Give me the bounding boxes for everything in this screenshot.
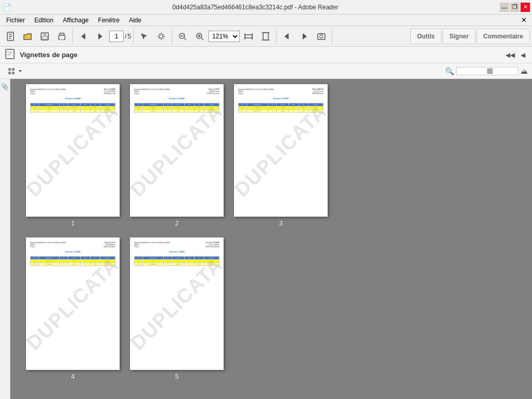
thumbnail-page-1[interactable]: Dossier de globalité et de brevet, résul… bbox=[26, 84, 120, 217]
svg-marker-7 bbox=[98, 33, 102, 39]
menu-affichage[interactable]: Affichage bbox=[59, 16, 93, 25]
svg-rect-26 bbox=[6, 49, 14, 59]
svg-marker-6 bbox=[81, 33, 85, 39]
thumb-invoice-ref-1: Facture n°G498 bbox=[30, 97, 115, 100]
toolbar-extra-group bbox=[279, 28, 332, 45]
fit-page-button[interactable] bbox=[257, 28, 274, 45]
zoom-select[interactable]: 121% 100% 75% 50% 150% 200% bbox=[209, 31, 240, 42]
toolbar-nav-group: 1 / 5 bbox=[75, 28, 134, 45]
title-bar: 📄 0d4d425a83a75ed466461c8ea3c3214c.pdf -… bbox=[0, 0, 532, 15]
pan-button[interactable] bbox=[153, 28, 170, 45]
svg-rect-25 bbox=[320, 33, 323, 34]
panel-title: Vignettes de page bbox=[20, 51, 77, 59]
forward-button[interactable] bbox=[92, 28, 109, 45]
thumb-content: Dossier de globalité et de brevet, résul… bbox=[130, 84, 224, 217]
title-bar-left: 📄 bbox=[2, 3, 11, 11]
search-bar: 🔍 ⛰ bbox=[445, 67, 528, 75]
svg-rect-32 bbox=[8, 72, 11, 74]
comment-button[interactable]: Commentaire bbox=[476, 29, 530, 44]
thumbnail-item[interactable]: Dossier de globalité et de brevet, résul… bbox=[130, 237, 224, 380]
thumbnail-page-4[interactable]: Dossier de globalité et de brevet, résul… bbox=[26, 237, 120, 370]
thumbnail-page-2[interactable]: Dossier de globalité et de brevet, résul… bbox=[130, 84, 224, 217]
open-button[interactable] bbox=[19, 28, 36, 45]
thumbnail-item[interactable]: Dossier de globalité et de brevet, résul… bbox=[130, 84, 224, 227]
svg-marker-22 bbox=[303, 33, 307, 39]
page-input[interactable]: 1 bbox=[109, 31, 124, 42]
menu-fenetre[interactable]: Fenêtre bbox=[94, 16, 124, 25]
thumb-content: Dossier de globalité et de brevet, résul… bbox=[234, 84, 328, 217]
title-bar-title: 0d4d425a83a75ed466461c8ea3c3214c.pdf - A… bbox=[11, 4, 500, 11]
fit-width-button[interactable] bbox=[240, 28, 257, 45]
thumb-header: Dossier de globalité et de brevet, résul… bbox=[238, 88, 323, 95]
menu-bar: Fichier Edition Affichage Fenêtre Aide ✕ bbox=[0, 15, 532, 26]
app-icon: 📄 bbox=[2, 3, 11, 11]
svg-rect-18 bbox=[263, 33, 268, 40]
svg-marker-34 bbox=[19, 70, 22, 72]
thumbnail-item[interactable]: Dossier de globalité et de brevet, résul… bbox=[234, 84, 328, 227]
sign-button[interactable]: Signer bbox=[443, 29, 475, 44]
toolbar-zoom-group: 121% 100% 75% 50% 150% 200% bbox=[174, 28, 277, 45]
menu-close-button[interactable]: ✕ bbox=[518, 16, 530, 24]
attachment-icon[interactable]: 📎 bbox=[1, 83, 9, 90]
view-options-button[interactable] bbox=[4, 65, 27, 77]
svg-line-12 bbox=[201, 38, 203, 40]
left-sidebar: 📎 bbox=[0, 79, 10, 399]
thumbnails-panel[interactable]: Dossier de globalité et de brevet, résul… bbox=[10, 79, 532, 399]
prev-view-button[interactable] bbox=[279, 28, 295, 45]
back-button[interactable] bbox=[75, 28, 92, 45]
close-button[interactable]: ✕ bbox=[521, 3, 530, 12]
thumb-invoice-ref-5: Facture n°G203 bbox=[134, 250, 219, 253]
search-icon[interactable]: 🔍 bbox=[445, 67, 454, 75]
thumbnail-page-3[interactable]: Dossier de globalité et de brevet, résul… bbox=[234, 84, 328, 217]
next-view-button[interactable] bbox=[296, 28, 313, 45]
thumb-label-4: 4 bbox=[71, 373, 75, 380]
zoom-out-button[interactable] bbox=[174, 28, 191, 45]
thumb-header: Dossier de globalité et de brevet, résul… bbox=[134, 88, 219, 95]
panel-forward-button[interactable]: ◀ bbox=[517, 50, 528, 60]
restore-button[interactable]: ❐ bbox=[510, 3, 520, 12]
menu-fichier[interactable]: Fichier bbox=[2, 16, 29, 25]
new-button[interactable] bbox=[2, 28, 19, 45]
thumb-header: Dossier de globalité et de brevet, résul… bbox=[30, 88, 115, 95]
thumbnail-item[interactable]: Dossier de globalité et de brevet, résul… bbox=[26, 237, 120, 380]
select-button[interactable] bbox=[136, 28, 152, 45]
thumbnail-page-5[interactable]: Dossier de globalité et de brevet, résul… bbox=[130, 237, 224, 370]
panel-header-right: ◀◀ ◀ bbox=[505, 50, 528, 60]
thumb-invoice-ref-3: Facture n°G528 bbox=[238, 97, 323, 100]
tools-button[interactable]: Outils bbox=[410, 29, 442, 44]
toolbar: 1 / 5 121% 100% 75% 50% 150% 200% bbox=[0, 26, 532, 47]
main-area: 📎 Dossier de globalité et de brevet, rés… bbox=[0, 79, 532, 399]
page-navigation: 1 / 5 bbox=[109, 31, 131, 42]
svg-marker-21 bbox=[284, 33, 289, 39]
svg-rect-2 bbox=[43, 33, 46, 35]
zoom-in-button[interactable] bbox=[191, 28, 208, 45]
thumb-invoice-ref-2: Facture n°G499 bbox=[134, 97, 219, 100]
menu-edition[interactable]: Edition bbox=[30, 16, 58, 25]
thumbnail-item[interactable]: Dossier de globalité et de brevet, résul… bbox=[26, 84, 120, 227]
thumb-table-4: RéfDésignationQtéPU HTRemTVATotal HT D1F… bbox=[30, 256, 115, 266]
total-pages: 5 bbox=[127, 33, 131, 40]
svg-rect-5 bbox=[60, 37, 64, 39]
right-tools: Outils Signer Commentaire bbox=[410, 29, 530, 44]
svg-rect-15 bbox=[245, 35, 252, 38]
snapshot-button[interactable] bbox=[313, 28, 330, 45]
toolbar-selection-group bbox=[136, 28, 172, 45]
menu-aide[interactable]: Aide bbox=[125, 16, 146, 25]
thumb-header: Dossier de globalité et de brevet, résul… bbox=[134, 242, 219, 248]
toolbar-file-group bbox=[2, 28, 73, 45]
thumb-header: Dossier de globalité et de brevet, résul… bbox=[30, 242, 115, 248]
svg-point-24 bbox=[320, 35, 323, 38]
save-button[interactable] bbox=[36, 28, 53, 45]
minimize-button[interactable]: — bbox=[500, 3, 509, 12]
thumb-table-3: RéfDésignationQtéPU HTRemTVATotal HT C1M… bbox=[238, 103, 323, 113]
svg-line-9 bbox=[184, 38, 186, 40]
print-button[interactable] bbox=[54, 28, 70, 45]
panel-back-button[interactable]: ◀◀ bbox=[505, 50, 515, 60]
mountain-icon: ⛰ bbox=[521, 67, 528, 75]
thumb-label-1: 1 bbox=[71, 220, 75, 227]
search-track[interactable] bbox=[456, 67, 518, 75]
thumbnails-row-2: Dossier de globalité et de brevet, résul… bbox=[16, 237, 527, 380]
svg-rect-33 bbox=[12, 72, 15, 74]
panel-header: Vignettes de page ◀◀ ◀ bbox=[0, 47, 532, 63]
svg-rect-3 bbox=[42, 36, 47, 39]
